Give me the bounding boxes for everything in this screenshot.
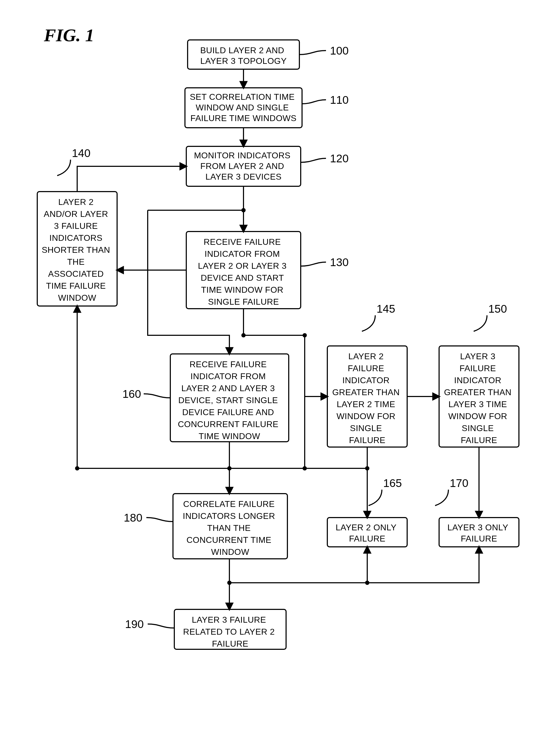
ref-110: 110 xyxy=(330,94,349,106)
node-140: LAYER 2 AND/OR LAYER 3 FAILURE INDICATOR… xyxy=(37,192,117,306)
node-110: SET CORRELATION TIME WINDOW AND SINGLE F… xyxy=(185,88,302,128)
ref-160: 160 xyxy=(122,388,141,400)
ref-165: 165 xyxy=(383,477,402,489)
ref-120: 120 xyxy=(330,152,349,165)
node-160: RECEIVE FAILURE INDICATOR FROM LAYER 2 A… xyxy=(170,354,289,442)
ref-145: 145 xyxy=(377,303,395,315)
node-100: BUILD LAYER 2 AND LAYER 3 TOPOLOGY xyxy=(188,40,299,69)
svg-point-31 xyxy=(365,581,369,585)
ref-140: 140 xyxy=(72,147,90,159)
node-190: LAYER 3 FAILURE RELATED TO LAYER 2 FAILU… xyxy=(174,609,286,649)
node-165: LAYER 2 ONLY FAILURE xyxy=(327,518,407,547)
svg-point-24 xyxy=(241,208,246,212)
ref-150: 150 xyxy=(488,303,507,315)
ref-130: 130 xyxy=(330,256,349,268)
svg-point-30 xyxy=(365,466,369,470)
node-120: MONITOR INDICATORS FROM LAYER 2 AND LAYE… xyxy=(186,146,301,186)
ref-180: 180 xyxy=(124,511,142,524)
svg-text:SET CORRELATION TIME
      WIN: SET CORRELATION TIME WINDOW AND SINGLE F… xyxy=(190,92,297,123)
svg-text:MONITOR INDICATORS
      FROM : MONITOR INDICATORS FROM LAYER 2 AND LAYE… xyxy=(194,151,293,181)
svg-text:LAYER 2
      AND/OR LAYER
   : LAYER 2 AND/OR LAYER 3 FAILURE INDICATOR… xyxy=(42,197,113,303)
ref-100: 100 xyxy=(330,44,349,57)
ref-170: 170 xyxy=(450,477,468,489)
node-130: RECEIVE FAILURE INDICATOR FROM LAYER 2 O… xyxy=(186,232,301,309)
figure-title: FIG. 1 xyxy=(44,25,94,45)
node-180: CORRELATE FAILURE INDICATORS LONGER THAN… xyxy=(173,494,287,559)
ref-190: 190 xyxy=(125,618,144,630)
flowchart-diagram: FIG. 1 BUILD LAYER 2 AND LAYER 3 TOPOLOG… xyxy=(0,0,545,756)
node-150: LAYER 3 FAILURE INDICATOR GREATER THAN L… xyxy=(439,346,519,447)
svg-point-32 xyxy=(75,466,79,470)
edge-180-170 xyxy=(367,547,479,583)
edge-140-120 xyxy=(77,166,186,192)
svg-text:RECEIVE FAILURE
      INDICATO: RECEIVE FAILURE INDICATOR FROM LAYER 2 A… xyxy=(178,360,281,441)
node-170: LAYER 3 ONLY FAILURE xyxy=(439,518,519,547)
node-145: LAYER 2 FAILURE INDICATOR GREATER THAN L… xyxy=(327,346,407,447)
